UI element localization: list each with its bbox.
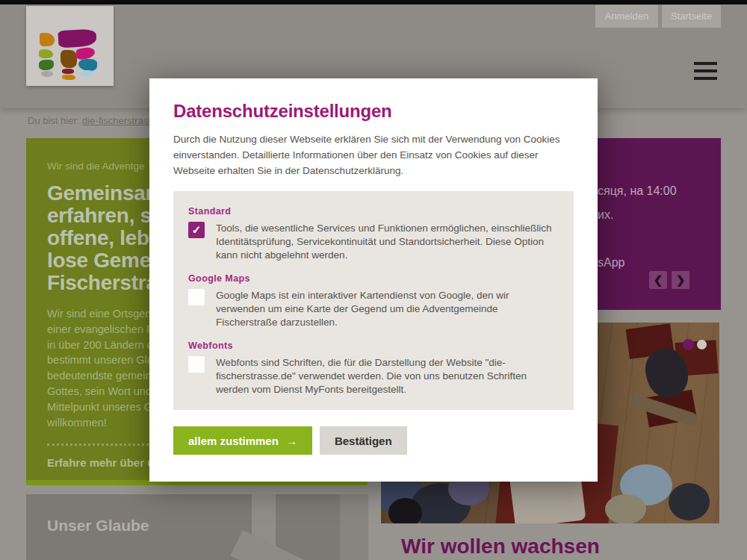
chevron-right-icon: ❯	[676, 273, 686, 286]
carousel-dot[interactable]	[697, 340, 707, 349]
google-maps-checkbox[interactable]	[188, 289, 205, 305]
carousel-dot-active[interactable]	[683, 339, 694, 350]
accept-all-button[interactable]: allem zustimmen→	[173, 426, 312, 455]
webfonts-checkbox[interactable]	[188, 356, 205, 373]
unser-glaube-heading: Unser Glaube	[47, 517, 149, 535]
unser-glaube-tile[interactable]: Unser Glaube	[26, 494, 368, 560]
consent-option-google-maps: Google Maps Google Maps ist ein interakt…	[188, 273, 559, 329]
privacy-settings-modal: Datenschutzeinstellungen Durch die Nutzu…	[149, 78, 598, 482]
slider-next-button[interactable]: ❯	[672, 271, 689, 289]
option-label: Google Maps	[188, 273, 559, 284]
modal-title: Datenschutzeinstellungen	[173, 101, 574, 122]
startseite-button[interactable]: Startseite	[662, 5, 721, 28]
option-description: Tools, die wesentliche Services und Funk…	[216, 222, 559, 262]
teaser-text-line: их.	[598, 208, 613, 222]
teaser-whatsapp-link[interactable]: sApp	[598, 256, 624, 270]
confirm-button[interactable]: Bestätigen	[320, 426, 407, 455]
option-label: Webfonts	[188, 340, 559, 351]
option-label: Standard	[188, 206, 559, 217]
breadcrumb-home-link[interactable]: die-fischerstrass	[82, 115, 153, 126]
modal-intro-text: Durch die Nutzung dieser Webseite erklär…	[173, 131, 574, 178]
logo-mosaic-icon	[40, 33, 55, 46]
arrow-right-icon: →	[286, 435, 297, 447]
breadcrumb: Du bist hier: die-fischerstrass	[28, 115, 153, 126]
slider-prev-button[interactable]: ❮	[649, 271, 667, 289]
option-description: Google Maps ist ein interaktiver Kartend…	[216, 289, 559, 329]
teaser-text-line: сяця, на 14:00	[598, 184, 677, 198]
consent-option-webfonts: Webfonts Webfonts sind Schriften, die fü…	[188, 340, 559, 396]
check-icon: ✓	[192, 223, 202, 236]
chevron-left-icon: ❮	[654, 273, 663, 286]
anmelden-button[interactable]: Anmelden	[595, 5, 658, 28]
wir-wollen-wachsen-heading[interactable]: Wir wollen wachsen	[401, 535, 600, 559]
consent-option-standard: Standard ✓ Tools, die wesentliche Servic…	[188, 206, 559, 262]
breadcrumb-prefix: Du bist hier:	[28, 115, 79, 126]
menu-icon[interactable]	[694, 62, 717, 81]
consent-options-panel: Standard ✓ Tools, die wesentliche Servic…	[173, 191, 574, 410]
site-logo[interactable]	[26, 6, 114, 86]
standard-checkbox[interactable]: ✓	[188, 222, 205, 238]
option-description: Webfonts sind Schriften, die für die Dar…	[216, 356, 559, 396]
